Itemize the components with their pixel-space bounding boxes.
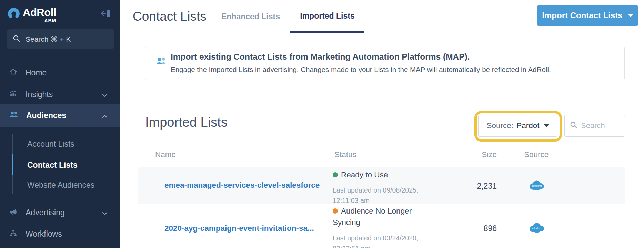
home-icon — [9, 68, 18, 78]
source-filter-value: Pardot — [516, 121, 539, 130]
chevron-up-icon — [102, 111, 108, 120]
status-dot — [333, 208, 338, 214]
last-updated: Last updated on 03/24/2020, 03:33:51 pm — [333, 233, 423, 248]
insights-icon — [9, 89, 18, 100]
size-value: 896 — [445, 224, 497, 233]
list-name-link[interactable]: emea-managed-services-clevel-salesforce — [164, 181, 320, 190]
list-search-input[interactable] — [581, 121, 619, 130]
sidebar-item-label: Advertising — [26, 208, 65, 217]
sidebar-subitem-label: Contact Lists — [27, 161, 78, 170]
tab-enhanced-lists[interactable]: Enhanced Lists — [211, 0, 290, 33]
advertising-icon — [9, 207, 18, 218]
brand-name: AdRoll — [23, 7, 56, 18]
info-banner: Import existing Contact Lists from Marke… — [145, 46, 625, 80]
info-banner-heading: Import existing Contact Lists from Marke… — [171, 52, 470, 62]
list-name-link[interactable]: 2020-ayg-campaign-event-invitation-sa... — [164, 224, 314, 233]
column-header-size: Size — [455, 146, 497, 163]
tab-imported-lists[interactable]: Imported Lists — [290, 0, 364, 33]
page-header: Contact Lists Enhanced Lists Imported Li… — [120, 0, 644, 33]
sidebar-item-website-audiences[interactable]: Website Audiences — [27, 177, 94, 193]
last-updated-line2: 03:33:51 pm — [333, 243, 423, 248]
column-header-source: Source — [524, 146, 549, 163]
chevron-down-icon — [102, 90, 108, 99]
sidebar-item-label: Insights — [26, 90, 53, 99]
sidebar-item-contact-lists[interactable]: Contact Lists — [27, 157, 78, 173]
collapse-sidebar-icon[interactable] — [100, 9, 111, 18]
sidebar-item-audiences[interactable]: Audiences — [0, 104, 120, 127]
subnav-rail-active-segment — [12, 154, 13, 175]
sidebar-search[interactable] — [7, 29, 114, 49]
last-updated-line1: Last updated on 09/08/2025, — [333, 185, 423, 195]
chevron-down-icon — [628, 14, 633, 17]
status-text: Ready to Use — [341, 170, 388, 179]
section-heading: Imported Lists — [145, 115, 228, 130]
contacts-icon — [155, 56, 167, 67]
main-content: Import existing Contact Lists from Marke… — [120, 33, 644, 248]
audiences-icon — [9, 111, 18, 120]
sidebar-item-insights[interactable]: Insights — [0, 85, 120, 103]
column-header-status: Status — [334, 146, 356, 163]
status-text: Audience No Longer Syncing — [333, 207, 412, 227]
adroll-logo: AdRoll ABM — [8, 7, 56, 23]
salesforce-icon: salesforce — [529, 179, 545, 193]
import-contact-lists-button[interactable]: Import Contact Lists — [537, 5, 638, 26]
sidebar-subitem-label: Account Lists — [27, 140, 74, 149]
column-header-name: Name — [155, 146, 176, 163]
sidebar-item-label: Home — [26, 68, 47, 78]
status-dot — [333, 172, 338, 177]
svg-text:salesforce: salesforce — [532, 227, 542, 229]
info-banner-body: Engage the Imported Lists in advertising… — [171, 65, 551, 74]
last-updated-line1: Last updated on 03/24/2020, — [333, 233, 423, 243]
workflows-icon — [9, 229, 18, 239]
search-icon — [13, 35, 20, 44]
size-value: 2,231 — [445, 182, 497, 191]
import-contact-lists-label: Import Contact Lists — [542, 11, 622, 20]
chevron-down-icon — [544, 124, 549, 127]
status-cell: Ready to Use — [333, 169, 421, 180]
sidebar-item-label: Audiences — [26, 111, 66, 120]
brand-sub: ABM — [23, 18, 56, 23]
salesforce-icon: salesforce — [529, 222, 545, 235]
sidebar-item-account-lists[interactable]: Account Lists — [27, 136, 74, 152]
chevron-down-icon — [102, 208, 108, 217]
search-icon — [570, 121, 577, 130]
table-row: 2020-ayg-campaign-event-invitation-sa...… — [138, 204, 625, 248]
source-filter-dropdown[interactable]: Source: Pardot — [478, 115, 557, 137]
adroll-logo-icon — [8, 7, 20, 21]
sidebar-search-input[interactable] — [26, 35, 101, 43]
sidebar-item-advertising[interactable]: Advertising — [0, 204, 120, 221]
svg-text:salesforce: salesforce — [532, 185, 542, 187]
sidebar-subitem-label: Website Audiences — [27, 180, 94, 190]
sidebar: AdRoll ABM Home Insights — [0, 0, 120, 248]
sidebar-item-label: Workflows — [26, 229, 62, 239]
sidebar-item-home[interactable]: Home — [0, 64, 120, 82]
last-updated: Last updated on 09/08/2025, 12:11:03 am — [333, 185, 423, 206]
table-row: emea-managed-services-clevel-salesforce … — [138, 167, 625, 204]
list-search[interactable] — [564, 115, 625, 137]
sidebar-item-workflows[interactable]: Workflows — [0, 225, 120, 243]
status-cell: Audience No Longer Syncing — [333, 205, 421, 228]
page-title: Contact Lists — [133, 0, 207, 33]
source-filter-label: Source: — [487, 121, 514, 130]
